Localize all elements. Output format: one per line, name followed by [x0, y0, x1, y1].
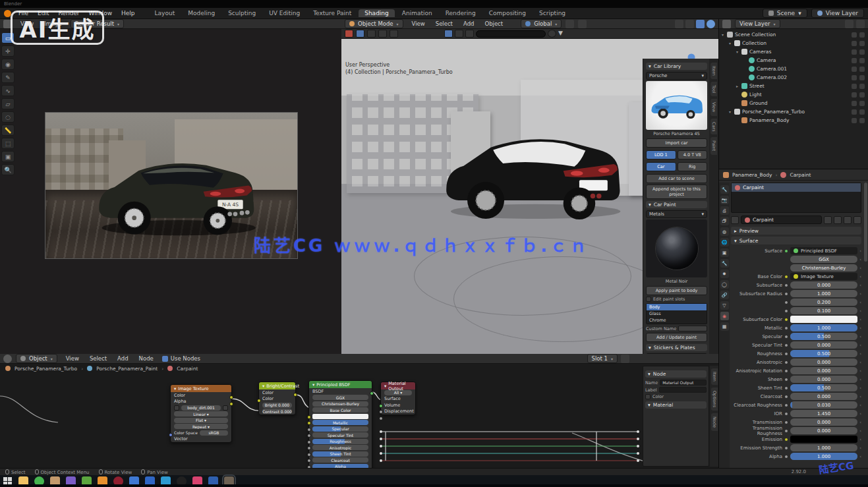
render-visibility-icon[interactable] — [859, 92, 865, 98]
menu-help[interactable]: Help — [117, 9, 140, 17]
value-slider[interactable]: 1.000 — [790, 290, 857, 297]
outliner-row[interactable]: ▾Collection — [722, 39, 867, 47]
properties-tab-data[interactable]: ▽ — [720, 301, 729, 310]
render-visibility-icon[interactable] — [859, 118, 865, 123]
crop-tool[interactable]: ▣ — [1, 151, 14, 162]
hide-eye-icon[interactable] — [852, 67, 857, 72]
shader-tab-item[interactable]: Item — [711, 368, 718, 385]
hide-eye-icon[interactable] — [852, 101, 857, 106]
sidebar-tab-paint[interactable]: Paint — [710, 137, 717, 154]
decrement-arrow-icon[interactable]: ‹ — [859, 248, 861, 254]
value-slider[interactable]: Specular — [312, 426, 368, 432]
shader-menu-select[interactable]: Select — [85, 355, 111, 362]
paint-slot-chrome[interactable]: Chrome — [647, 317, 707, 324]
breadcrumb-item[interactable]: Carpaint — [177, 366, 198, 372]
annotate-erase-tool[interactable]: ◌ — [1, 111, 14, 123]
viewport-menu-view[interactable]: View — [407, 20, 430, 28]
shader-field[interactable]: Principled BSDF — [790, 247, 857, 254]
workspace-tab-compositing[interactable]: Compositing — [483, 9, 532, 17]
refresh-icon[interactable] — [548, 30, 556, 38]
decrement-arrow-icon[interactable]: ‹ — [859, 394, 861, 399]
dropdown-value[interactable]: All ▾ — [384, 390, 412, 395]
breadcrumb-object[interactable]: Panamera_Body — [732, 172, 772, 178]
color-swatch[interactable] — [312, 414, 368, 419]
principled-row[interactable]: Sheen Tint — [309, 451, 372, 457]
new-material-icon[interactable] — [824, 216, 832, 224]
render-visibility-icon[interactable] — [859, 75, 865, 80]
material-section-header[interactable]: ▾Material — [645, 401, 707, 409]
show-overlays-icon[interactable] — [685, 20, 694, 28]
decrement-arrow-icon[interactable]: ‹ — [859, 437, 861, 442]
image-name-field[interactable]: body_dirt.001 — [181, 405, 221, 411]
workspace-tab-rendering[interactable]: Rendering — [440, 9, 482, 17]
shading-solid-icon[interactable] — [696, 20, 705, 28]
workspace-tab-texture-paint[interactable]: Texture Paint — [307, 9, 357, 17]
principled-row[interactable]: Christensen-Burley — [309, 401, 372, 407]
active-tool-icon[interactable] — [345, 30, 353, 38]
properties-scrollbar[interactable] — [864, 183, 867, 262]
select-mode-2-icon[interactable] — [367, 30, 376, 38]
value-slider[interactable]: Base Color — [312, 407, 368, 413]
node-section-header[interactable]: ▾Node — [645, 370, 707, 378]
value-slider[interactable]: 0.000 — [790, 393, 857, 400]
principled-row[interactable]: Base Color — [309, 407, 372, 414]
principled-row[interactable]: Metallic — [309, 420, 372, 426]
search-icon[interactable] — [845, 20, 854, 28]
workspace-tab-modeling[interactable]: Modeling — [182, 9, 221, 17]
workspace-tab-shading[interactable]: Shading — [359, 9, 395, 17]
import-car-button[interactable]: Import car — [646, 138, 707, 148]
decrement-arrow-icon[interactable]: ‹ — [859, 377, 861, 382]
dropdown-value[interactable]: GGX — [312, 395, 368, 400]
value-slider[interactable]: 0.000 — [790, 367, 857, 374]
node-header[interactable]: ▾Bright/Contrast — [259, 382, 295, 389]
car-paint-section[interactable]: ▾Car Paint — [646, 201, 707, 208]
properties-tab-constraint[interactable]: 🔗 — [720, 291, 729, 299]
transform-orientation[interactable]: Global ▾ — [521, 19, 562, 28]
properties-tab-scene[interactable]: ◍ — [720, 227, 729, 236]
edit-slots-toggle[interactable]: Edit paint slots — [646, 297, 707, 302]
value-slider[interactable]: 0.000 — [790, 358, 857, 366]
hide-eye-icon[interactable] — [852, 75, 857, 80]
render-visibility-icon[interactable] — [859, 84, 865, 89]
decrement-arrow-icon[interactable]: ‹ — [859, 360, 861, 365]
filter-funnel-icon[interactable] — [856, 20, 865, 28]
hide-eye-icon[interactable] — [852, 41, 857, 46]
view-layer-selector[interactable]: View Layer — [811, 9, 864, 18]
rig-toggle-button[interactable]: Rig — [678, 162, 708, 171]
expand-arrow-icon[interactable]: ▾ — [722, 32, 727, 37]
value-slider[interactable]: 0.000 — [790, 376, 857, 383]
append-objects-button[interactable]: Append objects to this project — [646, 185, 707, 199]
select-mode-1-icon[interactable] — [356, 30, 364, 38]
render-visibility-icon[interactable] — [859, 67, 865, 72]
properties-tab-physics[interactable]: ◯ — [720, 280, 729, 289]
render-visibility-icon[interactable] — [859, 101, 865, 106]
color-swatch[interactable] — [790, 436, 857, 443]
browse-material-icon[interactable] — [731, 216, 739, 224]
hide-eye-icon[interactable] — [852, 58, 857, 63]
hide-eye-icon[interactable] — [852, 92, 857, 98]
value-slider[interactable]: 0.500 — [790, 350, 857, 357]
filter-c-icon[interactable] — [465, 30, 474, 38]
pin-icon[interactable] — [621, 355, 629, 363]
scale-region-tool[interactable]: ⬚ — [1, 138, 14, 149]
outliner-row[interactable]: Ground — [722, 99, 867, 107]
dropdown-field[interactable]: GGX — [790, 256, 857, 263]
dropdown-value[interactable]: Flat ▾ — [174, 418, 228, 423]
value-slider[interactable]: 0.200 — [790, 299, 857, 306]
expand-arrow-icon[interactable]: ▸ — [736, 84, 741, 88]
add-paint-button[interactable]: Add / Update paint — [646, 333, 707, 342]
field-row[interactable]: Contrast 0.000 — [259, 409, 295, 415]
outliner-row[interactable]: Camera.002 — [722, 73, 867, 82]
sidebar-tab-cars[interactable]: Cars — [710, 119, 717, 135]
car-toggle-button[interactable]: Car — [646, 162, 676, 171]
value-field[interactable]: Bright 0.000 — [262, 403, 292, 408]
decrement-arrow-icon[interactable]: ‹ — [859, 274, 861, 279]
node-dropdown-row[interactable]: Flat ▾ — [171, 417, 231, 424]
outliner-row[interactable]: ▾Cameras — [722, 47, 867, 56]
slot-selector[interactable]: Slot 1 ▾ — [587, 354, 618, 363]
principled-row[interactable]: Specular — [309, 426, 372, 432]
value-field[interactable]: Contrast 0.000 — [262, 409, 292, 414]
label-input[interactable] — [659, 387, 707, 393]
outliner-row[interactable]: ▸Street — [722, 82, 867, 90]
field-row[interactable]: Bright 0.000 — [259, 402, 295, 409]
